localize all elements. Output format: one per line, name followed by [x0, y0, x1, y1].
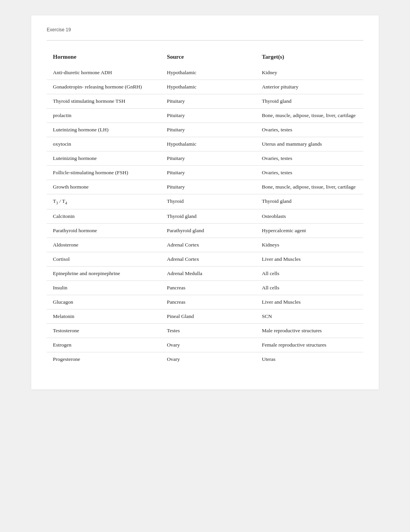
hormone-cell: Aldosterone — [47, 238, 161, 252]
source-cell: Pituitary — [161, 151, 256, 166]
target-cell: Osteoblasts — [256, 209, 363, 223]
hormone-cell: Cortisol — [47, 252, 161, 266]
table-row: Parathyroid hormoneParathyroid glandHype… — [47, 223, 363, 238]
table-row: oxytocinHypothalamicUterus and mammary g… — [47, 137, 363, 151]
target-cell: Thyroid gland — [256, 94, 363, 109]
source-cell: Adrenal Cortex — [161, 238, 256, 252]
source-cell: Thyroid — [161, 194, 256, 209]
table-header-row: Hormone Source Target(s) — [47, 48, 363, 66]
target-cell: Ovaries, testes — [256, 123, 363, 137]
table-row: AldosteroneAdrenal CortexKidneys — [47, 238, 363, 252]
hormone-cell: prolactin — [47, 109, 161, 123]
source-cell: Pituitary — [161, 94, 256, 109]
hormone-cell: Luteinizing hormone — [47, 151, 161, 166]
target-cell: Bone, muscle, adipose, tissue, liver, ca… — [256, 180, 363, 194]
table-row: Gonadotropin- releasing hormone (GnRH)Hy… — [47, 80, 363, 94]
source-cell: Testes — [161, 323, 256, 338]
hormone-cell: Progesterone — [47, 352, 161, 366]
table-row: Anti-diuretic hormone ADHHypothalamicKid… — [47, 66, 363, 80]
target-cell: Uteras — [256, 352, 363, 366]
col-source: Source — [161, 48, 256, 66]
source-cell: Thyroid gland — [161, 209, 256, 223]
table-row: Thyroid stimulating hormone TSHPituitary… — [47, 94, 363, 109]
hormone-cell: Growth hormone — [47, 180, 161, 194]
source-cell: Hypothalamic — [161, 66, 256, 80]
target-cell: Female reproductive structures — [256, 338, 363, 352]
hormone-cell: Melatonin — [47, 309, 161, 323]
table-row: CalcitoninThyroid glandOsteoblasts — [47, 209, 363, 223]
table-row: CortisolAdrenal CortexLiver and Muscles — [47, 252, 363, 266]
hormone-cell: Thyroid stimulating hormone TSH — [47, 94, 161, 109]
source-cell: Pituitary — [161, 166, 256, 180]
source-cell: Pancreas — [161, 295, 256, 309]
target-cell: Kidney — [256, 66, 363, 80]
source-cell: Pituitary — [161, 180, 256, 194]
table-row: Luteinizing hormonePituitaryOvaries, tes… — [47, 151, 363, 166]
target-cell: All cells — [256, 266, 363, 280]
table-row: EstrogenOvaryFemale reproductive structu… — [47, 338, 363, 352]
page: Exercise 19 Hormone Source Target(s) Ant… — [31, 15, 379, 389]
table-row: Follicle-stimulating hormone (FSH)Pituit… — [47, 166, 363, 180]
source-cell: Hypothalamic — [161, 80, 256, 94]
target-cell: All cells — [256, 280, 363, 295]
source-cell: Ovary — [161, 338, 256, 352]
hormone-cell: Anti-diuretic hormone ADH — [47, 66, 161, 80]
target-cell: Male reproductive structures — [256, 323, 363, 338]
table-row: MelatoninPineal GlandSCN — [47, 309, 363, 323]
source-cell: Hypothalamic — [161, 137, 256, 151]
hormone-cell: Luteinizing hormone (LH) — [47, 123, 161, 137]
divider — [47, 40, 363, 41]
hormone-cell: oxytocin — [47, 137, 161, 151]
source-cell: Pineal Gland — [161, 309, 256, 323]
exercise-label: Exercise 19 — [47, 27, 363, 32]
table-row: GlucagonPancreasLiver and Muscles — [47, 295, 363, 309]
source-cell: Parathyroid gland — [161, 223, 256, 238]
table-row: Growth hormonePituitaryBone, muscle, adi… — [47, 180, 363, 194]
target-cell: Uterus and mammary glands — [256, 137, 363, 151]
table-row: InsulinPancreasAll cells — [47, 280, 363, 295]
target-cell: Ovaries, testes — [256, 166, 363, 180]
source-cell: Adrenal Cortex — [161, 252, 256, 266]
table-row: Luteinizing hormone (LH)PituitaryOvaries… — [47, 123, 363, 137]
target-cell: SCN — [256, 309, 363, 323]
col-target: Target(s) — [256, 48, 363, 66]
target-cell: Liver and Muscles — [256, 252, 363, 266]
hormone-cell: Epinephrine and norepinephrine — [47, 266, 161, 280]
source-cell: Ovary — [161, 352, 256, 366]
table-row: TestosteroneTestesMale reproductive stru… — [47, 323, 363, 338]
source-cell: Pituitary — [161, 123, 256, 137]
source-cell: Adrenal Medulla — [161, 266, 256, 280]
hormone-cell: Calcitonin — [47, 209, 161, 223]
table-row: Epinephrine and norepinephrineAdrenal Me… — [47, 266, 363, 280]
target-cell: Anterior pituitary — [256, 80, 363, 94]
col-hormone: Hormone — [47, 48, 161, 66]
table-row: T3 / T4ThyroidThyroid gland — [47, 194, 363, 209]
hormone-cell: Estrogen — [47, 338, 161, 352]
hormone-cell: Follicle-stimulating hormone (FSH) — [47, 166, 161, 180]
hormone-table: Hormone Source Target(s) Anti-diuretic h… — [47, 48, 363, 366]
target-cell: Kidneys — [256, 238, 363, 252]
table-row: prolactinPituitaryBone, muscle, adipose,… — [47, 109, 363, 123]
hormone-cell: Gonadotropin- releasing hormone (GnRH) — [47, 80, 161, 94]
source-cell: Pituitary — [161, 109, 256, 123]
target-cell: Thyroid gland — [256, 194, 363, 209]
hormone-cell: T3 / T4 — [47, 194, 161, 209]
target-cell: Hypercalcemic agent — [256, 223, 363, 238]
hormone-cell: Parathyroid hormone — [47, 223, 161, 238]
table-row: ProgesteroneOvaryUteras — [47, 352, 363, 366]
target-cell: Ovaries, testes — [256, 151, 363, 166]
source-cell: Pancreas — [161, 280, 256, 295]
hormone-cell: Glucagon — [47, 295, 161, 309]
hormone-cell: Testosterone — [47, 323, 161, 338]
hormone-cell: Insulin — [47, 280, 161, 295]
target-cell: Liver and Muscles — [256, 295, 363, 309]
target-cell: Bone, muscle, adipose, tissue, liver, ca… — [256, 109, 363, 123]
